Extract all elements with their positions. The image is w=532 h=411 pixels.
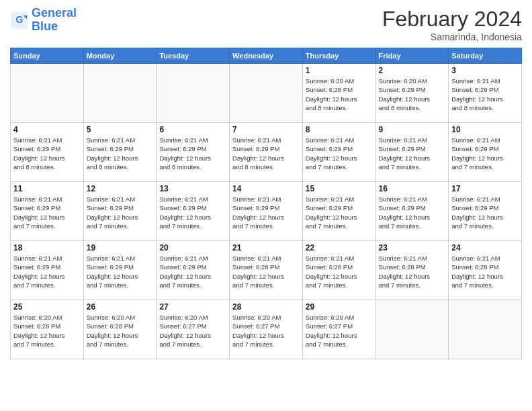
calendar-cell: 15Sunrise: 6:21 AMSunset: 6:29 PMDayligh… [302,182,375,241]
calendar-cell: 28Sunrise: 6:20 AMSunset: 6:27 PMDayligh… [230,300,303,359]
calendar-cell: 17Sunrise: 6:21 AMSunset: 6:29 PMDayligh… [449,182,522,241]
day-number: 11 [13,184,81,193]
calendar-cell [230,64,303,123]
day-info: Sunrise: 6:21 AMSunset: 6:29 PMDaylight:… [451,77,519,112]
day-info: Sunrise: 6:21 AMSunset: 6:29 PMDaylight:… [379,195,446,230]
day-info: Sunrise: 6:21 AMSunset: 6:29 PMDaylight:… [159,136,226,171]
title-block: February 2024 Samarinda, Indonesia [382,7,522,42]
week-row-2: 4Sunrise: 6:21 AMSunset: 6:29 PMDaylight… [11,123,522,182]
day-info: Sunrise: 6:20 AMSunset: 6:27 PMDaylight:… [159,313,226,349]
day-info: Sunrise: 6:21 AMSunset: 6:28 PMDaylight:… [379,254,446,289]
day-number: 15 [306,184,373,193]
calendar-cell: 3Sunrise: 6:21 AMSunset: 6:29 PMDaylight… [449,64,522,123]
calendar-cell: 13Sunrise: 6:21 AMSunset: 6:29 PMDayligh… [157,182,230,241]
calendar-cell: 19Sunrise: 6:21 AMSunset: 6:29 PMDayligh… [83,241,157,300]
day-info: Sunrise: 6:21 AMSunset: 6:29 PMDaylight:… [379,136,446,171]
day-number: 10 [451,125,519,134]
calendar-cell [11,64,84,123]
day-number: 23 [379,243,446,253]
day-number: 24 [451,243,519,253]
calendar-cell: 27Sunrise: 6:20 AMSunset: 6:27 PMDayligh… [157,300,230,359]
day-number: 4 [13,125,81,134]
day-info: Sunrise: 6:21 AMSunset: 6:29 PMDaylight:… [159,195,226,230]
calendar-cell: 24Sunrise: 6:21 AMSunset: 6:28 PMDayligh… [449,241,522,300]
calendar-body: 1Sunrise: 6:20 AMSunset: 6:28 PMDaylight… [11,64,522,359]
week-row-3: 11Sunrise: 6:21 AMSunset: 6:29 PMDayligh… [11,182,522,241]
day-number: 12 [87,184,154,193]
day-number: 1 [306,66,373,75]
day-header-wednesday: Wednesday [230,48,303,64]
calendar-cell: 11Sunrise: 6:21 AMSunset: 6:29 PMDayligh… [11,182,84,241]
day-number: 19 [87,243,154,253]
day-number: 2 [379,66,446,75]
day-header-thursday: Thursday [302,48,375,64]
day-info: Sunrise: 6:21 AMSunset: 6:28 PMDaylight:… [306,254,373,289]
subtitle: Samarinda, Indonesia [382,32,522,42]
day-number: 29 [306,302,373,312]
week-row-1: 1Sunrise: 6:20 AMSunset: 6:28 PMDaylight… [11,64,522,123]
day-header-friday: Friday [375,48,449,64]
calendar-header: SundayMondayTuesdayWednesdayThursdayFrid… [11,48,522,64]
day-info: Sunrise: 6:20 AMSunset: 6:27 PMDaylight:… [232,313,300,349]
calendar-cell: 5Sunrise: 6:21 AMSunset: 6:29 PMDaylight… [83,123,157,182]
logo-line1: General [32,6,77,19]
header-row: SundayMondayTuesdayWednesdayThursdayFrid… [11,48,522,64]
day-number: 16 [379,184,446,193]
day-info: Sunrise: 6:21 AMSunset: 6:29 PMDaylight:… [87,195,154,230]
day-number: 20 [159,243,226,253]
calendar-cell: 26Sunrise: 6:20 AMSunset: 6:28 PMDayligh… [83,300,157,359]
calendar-cell: 12Sunrise: 6:21 AMSunset: 6:29 PMDayligh… [83,182,157,241]
day-number: 21 [232,243,300,253]
day-info: Sunrise: 6:21 AMSunset: 6:29 PMDaylight:… [306,195,373,230]
day-info: Sunrise: 6:20 AMSunset: 6:28 PMDaylight:… [13,313,81,349]
day-info: Sunrise: 6:20 AMSunset: 6:29 PMDaylight:… [379,77,446,112]
day-header-saturday: Saturday [449,48,522,64]
calendar-cell: 25Sunrise: 6:20 AMSunset: 6:28 PMDayligh… [11,300,84,359]
logo: G General Blue [10,7,77,34]
calendar-cell: 10Sunrise: 6:21 AMSunset: 6:29 PMDayligh… [449,123,522,182]
day-info: Sunrise: 6:21 AMSunset: 6:29 PMDaylight:… [13,136,81,171]
day-header-tuesday: Tuesday [157,48,230,64]
day-number: 5 [87,125,154,134]
day-info: Sunrise: 6:21 AMSunset: 6:28 PMDaylight:… [232,254,300,289]
day-number: 8 [306,125,373,134]
calendar-cell: 9Sunrise: 6:21 AMSunset: 6:29 PMDaylight… [375,123,449,182]
day-info: Sunrise: 6:21 AMSunset: 6:29 PMDaylight:… [87,136,154,171]
day-number: 3 [451,66,519,75]
day-info: Sunrise: 6:21 AMSunset: 6:29 PMDaylight:… [232,136,300,171]
day-number: 17 [451,184,519,193]
logo-icon: G [10,11,29,30]
week-row-5: 25Sunrise: 6:20 AMSunset: 6:28 PMDayligh… [11,300,522,359]
page: G General Blue February 2024 Samarinda, … [0,0,532,411]
svg-text:G: G [16,14,24,25]
day-info: Sunrise: 6:21 AMSunset: 6:29 PMDaylight:… [13,254,81,289]
calendar-cell: 16Sunrise: 6:21 AMSunset: 6:29 PMDayligh… [375,182,449,241]
calendar-cell: 29Sunrise: 6:20 AMSunset: 6:27 PMDayligh… [302,300,375,359]
day-info: Sunrise: 6:21 AMSunset: 6:29 PMDaylight:… [159,254,226,289]
calendar-cell: 8Sunrise: 6:21 AMSunset: 6:29 PMDaylight… [302,123,375,182]
day-number: 18 [13,243,81,253]
day-info: Sunrise: 6:21 AMSunset: 6:28 PMDaylight:… [451,254,519,289]
day-info: Sunrise: 6:21 AMSunset: 6:29 PMDaylight:… [451,136,519,171]
calendar-cell: 14Sunrise: 6:21 AMSunset: 6:29 PMDayligh… [230,182,303,241]
month-title: February 2024 [382,7,522,32]
day-number: 9 [379,125,446,134]
day-number: 22 [306,243,373,253]
day-number: 26 [87,302,154,312]
calendar-cell [83,64,157,123]
day-number: 6 [159,125,226,134]
day-number: 27 [159,302,226,312]
calendar: SundayMondayTuesdayWednesdayThursdayFrid… [10,48,522,359]
day-info: Sunrise: 6:20 AMSunset: 6:28 PMDaylight:… [87,313,154,349]
day-number: 13 [159,184,226,193]
calendar-cell: 18Sunrise: 6:21 AMSunset: 6:29 PMDayligh… [11,241,84,300]
calendar-cell [449,300,522,359]
day-info: Sunrise: 6:21 AMSunset: 6:29 PMDaylight:… [87,254,154,289]
day-info: Sunrise: 6:21 AMSunset: 6:29 PMDaylight:… [232,195,300,230]
day-info: Sunrise: 6:21 AMSunset: 6:29 PMDaylight:… [306,136,373,171]
day-number: 14 [232,184,300,193]
calendar-cell: 22Sunrise: 6:21 AMSunset: 6:28 PMDayligh… [302,241,375,300]
calendar-cell: 6Sunrise: 6:21 AMSunset: 6:29 PMDaylight… [157,123,230,182]
calendar-cell: 1Sunrise: 6:20 AMSunset: 6:28 PMDaylight… [302,64,375,123]
calendar-cell [157,64,230,123]
